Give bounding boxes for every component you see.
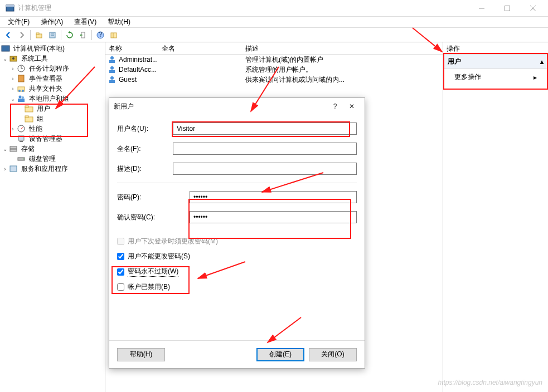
menu-file[interactable]: 文件(F) (2, 16, 35, 28)
dialog-titlebar: 新用户 ? ✕ (109, 98, 365, 115)
help-button[interactable]: ? (94, 29, 106, 41)
col-name[interactable]: 名称 (105, 42, 158, 54)
svg-rect-37 (10, 146, 17, 149)
check-never-expire[interactable]: 密码永不过期(W) (117, 267, 357, 277)
svg-point-27 (22, 96, 24, 99)
svg-point-25 (22, 90, 24, 92)
fullname-label: 全名(F): (117, 144, 173, 154)
username-input[interactable] (173, 122, 357, 135)
up-button[interactable] (33, 29, 45, 41)
menu-action[interactable]: 操作(A) (35, 16, 69, 28)
svg-rect-3 (505, 6, 510, 11)
chevron-right-icon[interactable]: › (1, 166, 9, 172)
menu-view[interactable]: 查看(V) (69, 16, 102, 28)
col-desc[interactable]: 描述 (242, 42, 443, 54)
svg-point-44 (110, 66, 114, 70)
list-header: 名称 全名 描述 (105, 42, 443, 55)
app-icon (6, 4, 14, 13)
account-disabled-checkbox[interactable] (117, 283, 124, 291)
description-input[interactable] (173, 163, 357, 175)
tree-groups[interactable]: 组 (1, 114, 104, 124)
never-expire-checkbox[interactable] (117, 268, 124, 276)
svg-rect-14 (111, 33, 117, 38)
refresh-button[interactable] (64, 29, 76, 41)
svg-point-26 (19, 96, 22, 99)
tree-local-users-groups[interactable]: ⌄ 本地用户和组 (1, 94, 104, 104)
actions-group-users[interactable]: 用户 ▴ (443, 55, 548, 69)
svg-rect-32 (25, 116, 28, 117)
titlebar: 计算机管理 (0, 0, 548, 17)
svg-rect-43 (109, 60, 115, 63)
check-disabled[interactable]: 帐户已禁用(B) (117, 282, 357, 292)
dialog-close-button[interactable]: ✕ (343, 102, 360, 110)
fullname-input[interactable] (173, 143, 357, 155)
create-button[interactable]: 创建(E) (256, 348, 304, 361)
collapse-icon: ▴ (540, 58, 544, 66)
col-fullname[interactable]: 全名 (158, 42, 242, 54)
actions-more[interactable]: 更多操作 ▸ (443, 69, 548, 85)
check-cannot-change[interactable]: 用户不能更改密码(S) (117, 252, 357, 261)
chevron-right-icon[interactable]: › (9, 66, 17, 72)
chevron-down-icon[interactable]: ⌄ (1, 146, 9, 152)
svg-rect-7 (36, 33, 39, 35)
forward-button[interactable] (16, 29, 28, 41)
maximize-button[interactable] (494, 0, 520, 17)
dialog-help-btn[interactable]: 帮助(H) (117, 348, 165, 361)
dialog-title: 新用户 (114, 102, 327, 111)
confirm-password-input[interactable] (190, 211, 357, 223)
list-row-defaultaccount[interactable]: DefaultAcc... 系统管理的用户帐户。 (105, 65, 443, 75)
tree-panel: 计算机管理(本地) ⌄ 系统工具 › 任务计划程序 › 事件查看器 › 共享文件… (0, 42, 105, 392)
chevron-down-icon[interactable]: ⌄ (1, 56, 9, 62)
svg-rect-1 (6, 5, 14, 7)
tree-users[interactable]: 用户 (1, 104, 104, 114)
close-dialog-button[interactable]: 关闭(O) (309, 348, 357, 361)
must-change-checkbox (117, 238, 124, 245)
username-label: 用户名(U): (117, 124, 173, 134)
password-input[interactable] (190, 191, 357, 203)
tree-disk-mgmt[interactable]: 磁盘管理 (1, 154, 104, 164)
tree-root[interactable]: 计算机管理(本地) (1, 43, 104, 53)
list-row-administrator[interactable]: Administrat... 管理计算机(域)的内置帐户 (105, 55, 443, 65)
dialog-help-button[interactable]: ? (327, 102, 343, 110)
tree-system-tools[interactable]: ⌄ 系统工具 (1, 53, 104, 63)
view-button[interactable] (108, 29, 120, 41)
tree-task-scheduler[interactable]: › 任务计划程序 (1, 63, 104, 74)
tree-event-viewer[interactable]: › 事件查看器 (1, 74, 104, 84)
menubar: 文件(F) 操作(A) 查看(V) 帮助(H) (0, 17, 548, 28)
svg-point-24 (18, 90, 21, 92)
svg-rect-45 (109, 70, 115, 73)
tree-services-apps[interactable]: › 服务和应用程序 (1, 164, 104, 174)
back-button[interactable] (2, 29, 14, 41)
new-user-dialog: 新用户 ? ✕ 用户名(U): 全名(F): 描述(D): 密码(P): 确认密… (109, 97, 365, 369)
svg-rect-36 (20, 141, 23, 142)
chevron-right-icon[interactable]: › (9, 76, 17, 82)
svg-text:?: ? (99, 31, 103, 38)
cannot-change-checkbox[interactable] (117, 253, 124, 260)
tree-shared-folders[interactable]: › 共享文件夹 (1, 84, 104, 94)
chevron-down-icon[interactable]: ⌄ (9, 96, 17, 102)
svg-rect-30 (25, 106, 28, 107)
actions-header: 操作 (443, 42, 548, 55)
properties-button[interactable] (46, 29, 59, 41)
svg-rect-47 (109, 80, 115, 83)
tree-storage[interactable]: ⌄ 存储 (1, 144, 104, 154)
check-must-change: 用户下次登录时须更改密码(M) (117, 237, 357, 246)
description-label: 描述(D): (117, 164, 173, 174)
toolbar: ? (0, 28, 548, 42)
svg-rect-41 (10, 166, 17, 171)
svg-point-46 (110, 76, 114, 80)
chevron-right-icon[interactable]: › (9, 86, 17, 92)
svg-point-18 (12, 57, 14, 60)
chevron-right-icon[interactable]: › (9, 126, 17, 132)
user-icon (108, 65, 117, 74)
close-button[interactable] (520, 0, 546, 17)
svg-rect-16 (2, 46, 9, 51)
tree-performance[interactable]: › 性能 (1, 124, 104, 134)
window-title: 计算机管理 (18, 3, 469, 13)
menu-help[interactable]: 帮助(H) (102, 16, 136, 28)
list-row-guest[interactable]: Guest 供来宾访问计算机或访问域的内... (105, 75, 443, 85)
minimize-button[interactable] (469, 0, 494, 17)
svg-rect-35 (18, 136, 24, 140)
export-button[interactable] (77, 29, 89, 41)
tree-device-manager[interactable]: 设备管理器 (1, 134, 104, 144)
